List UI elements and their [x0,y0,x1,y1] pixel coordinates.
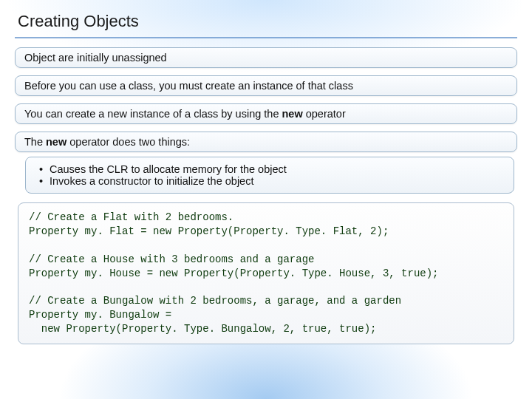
bold-new: new [46,136,66,148]
text: operator [303,108,346,120]
list-item: • Causes the CLR to allocate memory for … [39,163,503,175]
point-box-1: Object are initially unassigned [15,47,517,68]
bold-new: new [282,108,303,120]
bullet-text: Causes the CLR to allocate memory for th… [50,163,287,175]
bullet-icon: • [39,175,50,187]
bullet-icon: • [39,163,50,175]
text: You can create a new instance of a class… [24,108,282,120]
point-box-2: Before you can use a class, you must cre… [15,75,517,96]
slide-title: Creating Objects [15,10,517,38]
slide: Creating Objects Object are initially un… [0,0,532,399]
text: operator does two things: [66,136,190,148]
point-box-new-operator: You can create a new instance of a class… [15,103,517,124]
bullet-list: • Causes the CLR to allocate memory for … [25,157,514,194]
bullet-text: Invokes a constructor to initialize the … [50,175,253,187]
code-sample: // Create a Flat with 2 bedrooms. Proper… [18,202,514,344]
list-item: • Invokes a constructor to initialize th… [39,175,503,187]
text: The [24,136,46,148]
point-box-two-things: The new operator does two things: [15,132,517,152]
